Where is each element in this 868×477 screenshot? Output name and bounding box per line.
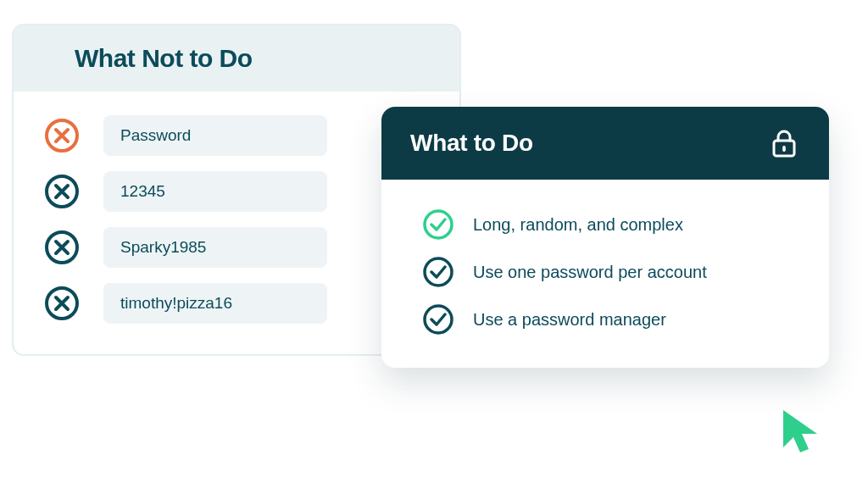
card-header: What Not to Do (14, 25, 459, 92)
bad-password-pill: Password (103, 115, 327, 156)
tip-text: Use one password per account (473, 263, 707, 282)
x-circle-icon (44, 230, 80, 265)
check-circle-icon (422, 208, 454, 241)
x-circle-icon (44, 118, 80, 153)
bad-example-row: 12345 (44, 171, 429, 212)
bad-example-row: Sparky1985 (44, 227, 429, 268)
good-tip-row: Use one password per account (422, 256, 798, 288)
card-title: What to Do (410, 130, 533, 157)
lock-icon (768, 127, 800, 159)
bad-password-pill: Sparky1985 (103, 227, 327, 268)
card-header: What to Do (381, 107, 829, 180)
good-tip-row: Use a password manager (422, 303, 798, 336)
bad-example-row: Password (44, 115, 429, 156)
svg-point-7 (425, 258, 452, 286)
bad-password-pill: timothy!pizza16 (103, 283, 327, 324)
x-circle-icon (44, 174, 80, 209)
card-title: What Not to Do (75, 44, 409, 73)
check-circle-icon (422, 303, 454, 336)
tip-text: Long, random, and complex (473, 215, 683, 235)
bad-example-row: timothy!pizza16 (44, 283, 429, 324)
svg-rect-5 (782, 146, 786, 152)
bad-password-pill: 12345 (103, 171, 327, 212)
good-tip-row: Long, random, and complex (422, 208, 798, 241)
check-circle-icon (422, 256, 454, 288)
cursor-arrow-icon (780, 407, 826, 458)
card-body: Long, random, and complex Use one passwo… (381, 180, 829, 368)
svg-point-8 (425, 306, 452, 333)
tip-text: Use a password manager (473, 310, 666, 330)
x-circle-icon (44, 286, 80, 321)
what-to-do-card: What to Do Long, random, and complex Use… (381, 107, 829, 368)
svg-point-6 (425, 211, 452, 238)
